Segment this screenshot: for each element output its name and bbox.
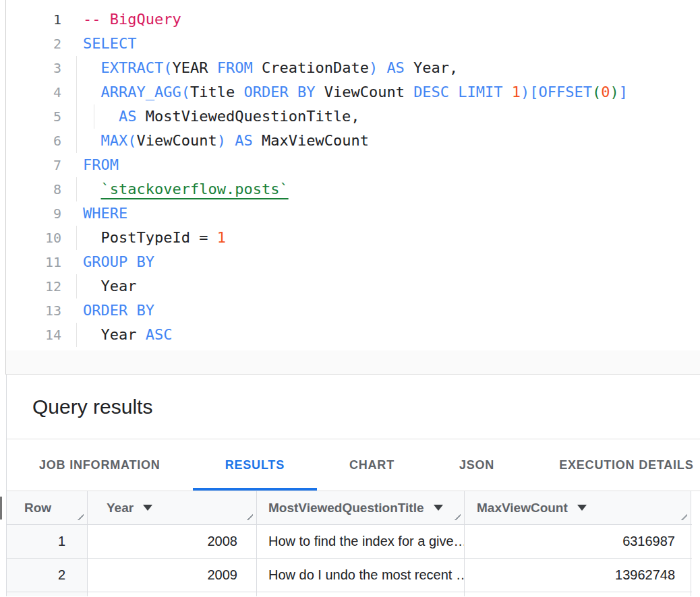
code-line[interactable]: 14 Year ASC [6, 323, 700, 347]
results-table: RowYearMostViewedQuestionTitleMaxViewCou… [7, 491, 692, 596]
code-text: `stackoverflow.posts` [83, 177, 289, 201]
tab-execution-details[interactable]: EXECUTION DETAILS [527, 439, 700, 491]
cell-max[interactable]: 13962748 [465, 559, 691, 592]
tab-results[interactable]: RESULTS [193, 439, 317, 491]
code-line[interactable]: 9WHERE [6, 201, 700, 226]
code-token: -- BigQuery [83, 11, 181, 28]
cell-max[interactable]: 6316987 [465, 525, 691, 558]
tab-job-information[interactable]: JOB INFORMATION [7, 439, 193, 491]
code-token: ] [619, 84, 628, 100]
column-label: Row [24, 501, 51, 515]
cell-empty [7, 592, 88, 596]
results-tabs: JOB INFORMATIONRESULTSCHARTJSONEXECUTION… [7, 439, 700, 491]
code-line[interactable]: 7FROM [6, 153, 700, 177]
column-label: MaxViewCount [477, 501, 568, 515]
line-number: 11 [6, 250, 61, 274]
cell-year[interactable]: 2009 [88, 559, 257, 592]
code-token: MaxViewCount [253, 132, 369, 149]
code-token: MAX [101, 132, 128, 149]
indent-guide [76, 56, 77, 80]
column-header-max[interactable]: MaxViewCount [465, 491, 691, 524]
code-token: ( [592, 84, 601, 100]
code-token: 0 [601, 84, 610, 100]
table-row: 22009How do I undo the most recent …1396… [7, 558, 692, 592]
code-line[interactable]: 8 `stackoverflow.posts` [6, 177, 700, 201]
code-token: Title [190, 84, 235, 100]
cell-row[interactable]: 1 [7, 525, 88, 558]
code-token: GROUP BY [83, 253, 154, 270]
column-header-row[interactable]: Row [7, 491, 88, 524]
code-token: SELECT [83, 35, 136, 52]
code-line[interactable]: 13ORDER BY [6, 298, 700, 323]
sort-caret-icon[interactable] [434, 505, 443, 511]
code-token: YEAR [172, 59, 208, 76]
tab-json[interactable]: JSON [427, 439, 527, 491]
tab-label: JSON [459, 458, 494, 472]
tab-label: JOB INFORMATION [39, 458, 161, 472]
column-header-title[interactable]: MostViewedQuestionTitle [257, 491, 465, 524]
code-token: ) [369, 59, 378, 76]
code-line[interactable]: 5 AS MostViewedQuestionTitle, [6, 104, 700, 129]
line-number: 9 [6, 201, 61, 226]
code-token: DESC LIMIT [413, 84, 502, 100]
sort-caret-icon[interactable] [577, 505, 587, 511]
line-number: 2 [6, 32, 61, 56]
code-token: AS [235, 132, 253, 149]
sort-caret-icon[interactable] [143, 505, 152, 511]
code-token: ViewCount [315, 84, 413, 100]
tab-chart[interactable]: CHART [317, 439, 427, 491]
line-number: 14 [6, 323, 61, 347]
line-number: 12 [6, 274, 61, 298]
code-text: ARRAY_AGG(Title ORDER BY ViewCount DESC … [83, 80, 628, 104]
code-token: 1 [512, 84, 521, 100]
code-token: ORDER BY [83, 302, 154, 319]
cell-row[interactable]: 2 [7, 559, 88, 592]
cell-title[interactable]: How to find the index for a give… [257, 525, 465, 558]
code-line[interactable]: 12 Year [6, 274, 700, 298]
code-token: FROM [83, 156, 119, 173]
code-line[interactable]: 11GROUP BY [6, 250, 700, 274]
results-table-header: RowYearMostViewedQuestionTitleMaxViewCou… [7, 491, 692, 524]
tab-label: RESULTS [225, 458, 285, 472]
code-token: PostTypeId = [83, 229, 217, 246]
code-token: ( [163, 59, 172, 76]
cell-empty [88, 592, 257, 596]
column-header-year[interactable]: Year [88, 491, 257, 524]
code-text: MAX(ViewCount) AS MaxViewCount [83, 129, 369, 153]
query-results-header: Query results [7, 375, 700, 439]
code-token: CreationDate [253, 59, 369, 76]
code-text: -- BigQuery [83, 7, 181, 32]
code-token [83, 181, 101, 197]
column-resize-handle[interactable] [676, 510, 687, 520]
code-text: EXTRACT(YEAR FROM CreationDate) AS Year, [83, 56, 458, 80]
code-token: ) [217, 132, 226, 149]
code-token [235, 84, 243, 100]
code-token: AS [386, 59, 405, 76]
cell-title[interactable]: How do I undo the most recent … [257, 559, 465, 592]
tab-label: CHART [349, 458, 395, 472]
code-token: `stackoverflow.posts` [101, 181, 289, 197]
code-line[interactable]: 3 EXTRACT(YEAR FROM CreationDate) AS Yea… [6, 56, 700, 80]
page-title: Query results [32, 396, 152, 418]
line-number: 5 [6, 104, 61, 129]
sql-editor[interactable]: 1-- BigQuery2SELECT3 EXTRACT(YEAR FROM C… [5, 0, 700, 350]
cell-empty [257, 592, 465, 596]
code-token: FROM [217, 59, 253, 76]
scrollbar-thumb[interactable] [0, 497, 2, 520]
code-token: Year [83, 326, 146, 343]
results-table-body: 12008How to find the index for a give…63… [7, 524, 692, 596]
code-line[interactable]: 6 MAX(ViewCount) AS MaxViewCount [6, 129, 700, 153]
column-resize-handle[interactable] [450, 510, 461, 520]
column-resize-handle[interactable] [242, 510, 253, 520]
indent-guide [76, 80, 77, 104]
code-line[interactable]: 2SELECT [6, 32, 700, 56]
cell-year[interactable]: 2008 [88, 525, 257, 558]
code-line[interactable]: 1-- BigQuery [6, 7, 700, 32]
column-resize-handle[interactable] [73, 510, 84, 520]
indent-guide [76, 129, 77, 153]
code-line[interactable]: 10 PostTypeId = 1 [6, 226, 700, 250]
code-token: 1 [217, 229, 226, 246]
code-token [503, 84, 512, 100]
code-line[interactable]: 4 ARRAY_AGG(Title ORDER BY ViewCount DES… [6, 80, 700, 104]
code-token: AS [119, 108, 137, 125]
